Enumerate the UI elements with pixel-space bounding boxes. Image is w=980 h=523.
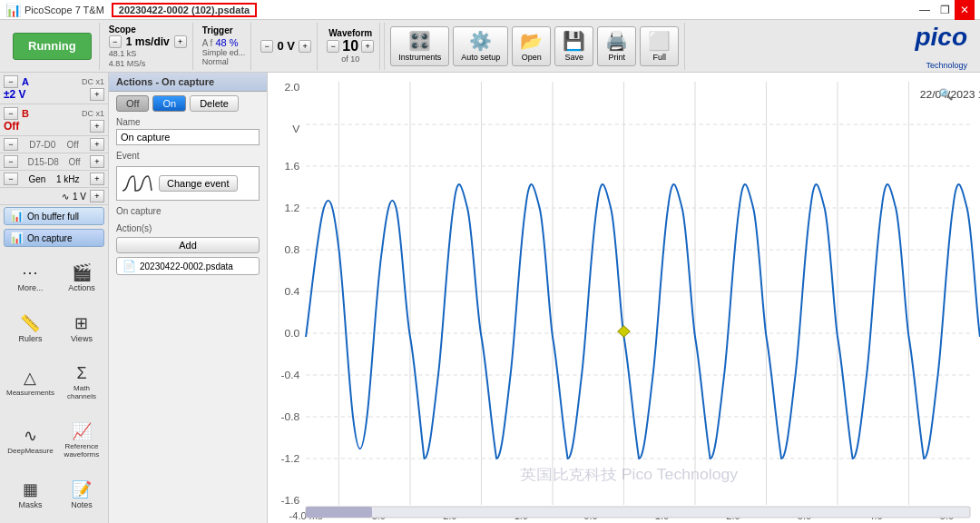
trigger-voltage-plus-btn[interactable]: +	[299, 40, 311, 53]
d15d8-label[interactable]: D15-D8	[27, 157, 58, 167]
waveform-label: Waveform	[328, 28, 372, 38]
name-input[interactable]	[116, 129, 260, 145]
masks-icon: ▦	[23, 479, 38, 499]
ch-b-minus-btn[interactable]: −	[4, 107, 18, 120]
on-capture-button[interactable]: 📊 On capture	[4, 229, 104, 247]
d15d8-state: Off	[68, 157, 80, 167]
d15d8-row: − D15-D8 Off +	[0, 153, 108, 171]
trigger-mode: Simple ed...	[202, 48, 246, 57]
chart-area[interactable]: 2.0 V 1.6 1.2 0.8 0.4 0.0 -0.4 -0.8 -1.2…	[268, 73, 980, 523]
d7d0-minus-btn[interactable]: −	[4, 138, 18, 151]
math-channels-cell[interactable]: Σ Math channels	[59, 354, 104, 410]
more-icon: ⋯	[22, 262, 38, 282]
d15d8-minus-btn[interactable]: −	[4, 155, 18, 168]
more-cell[interactable]: ⋯ More...	[4, 252, 57, 301]
svg-text:-1.2: -1.2	[280, 454, 299, 464]
views-cell[interactable]: ⊞ Views	[59, 303, 104, 352]
on-off-row: Off On Delete	[109, 92, 267, 115]
event-section: Event Change event On capture	[109, 149, 267, 218]
ch-a-plus-btn[interactable]: +	[90, 88, 104, 101]
timebase-minus-btn[interactable]: −	[109, 35, 122, 48]
trigger-label: Trigger	[202, 25, 233, 35]
gen-label[interactable]: Gen	[29, 174, 46, 184]
file-item[interactable]: 📄 20230422-0002.psdata	[116, 257, 260, 275]
actions-panel: Actions - On capture Off On Delete Name …	[109, 73, 268, 523]
app-icon: 📊	[5, 3, 21, 17]
reference-waveforms-cell[interactable]: 📈 Reference waveforms	[59, 412, 104, 469]
deep-measure-cell[interactable]: ∿ DeepMeasure	[4, 412, 57, 469]
add-action-btn[interactable]: Add	[116, 237, 260, 253]
svg-rect-44	[306, 507, 970, 518]
win-restore-btn[interactable]: ❐	[935, 0, 955, 20]
actions-cell[interactable]: 🎬 Actions	[59, 252, 104, 301]
scope-label: Scope	[109, 25, 136, 35]
toolbar: Running Scope − 1 ms/div + 48.1 kS 4.81 …	[0, 20, 980, 73]
name-label: Name	[109, 115, 267, 129]
svg-text:英国比克科技 Pico Technology: 英国比克科技 Pico Technology	[520, 467, 739, 483]
waveform-of: of 10	[341, 54, 359, 64]
trigger-type: Normal	[202, 57, 229, 66]
save-button[interactable]: 💾 Save	[554, 26, 593, 66]
ch-a-value[interactable]: ±2 V	[4, 88, 26, 101]
svg-text:🔍: 🔍	[938, 88, 954, 102]
ch-b-value[interactable]: Off	[4, 120, 19, 133]
on-toggle[interactable]: On	[152, 95, 186, 112]
waveform-minus-btn[interactable]: −	[327, 40, 339, 53]
delete-btn[interactable]: Delete	[190, 95, 239, 112]
measurements-cell[interactable]: △ Measurements	[4, 354, 57, 410]
off-toggle[interactable]: Off	[116, 95, 149, 112]
svg-text:0.4: 0.4	[284, 287, 299, 297]
ch-a-coupling: DC x1	[82, 77, 104, 86]
wave-event-icon	[121, 171, 153, 196]
gen-freq[interactable]: 1 kHz	[56, 174, 80, 184]
gen-wave-icon: ∿	[62, 192, 69, 202]
svg-text:-0.8: -0.8	[280, 412, 299, 422]
full-button[interactable]: ⬜ Full	[640, 26, 679, 66]
measurements-icon: △	[24, 368, 36, 388]
ch-b-plus-btn[interactable]: +	[90, 120, 104, 133]
channel-a-row: − A DC x1 ±2 V +	[0, 73, 108, 104]
running-button[interactable]: Running	[13, 33, 92, 60]
gen-amp-plus-btn[interactable]: +	[90, 190, 104, 202]
open-button[interactable]: 📂 Open	[512, 26, 551, 66]
notes-cell[interactable]: 📝 Notes	[59, 470, 104, 519]
win-close-btn[interactable]: ✕	[955, 0, 975, 20]
svg-rect-45	[306, 507, 372, 518]
pico-logo-text: pico	[915, 23, 967, 52]
actions-icon: 🎬	[72, 262, 92, 282]
trigger-voltage[interactable]: 0 V	[275, 39, 297, 53]
d15d8-plus-btn[interactable]: +	[90, 155, 104, 168]
win-minimize-btn[interactable]: —	[915, 0, 935, 20]
capture-icon: 📊	[10, 232, 24, 244]
ch-a-label[interactable]: A	[22, 76, 29, 87]
buffer-full-button[interactable]: 📊 On buffer full	[4, 207, 104, 225]
gen-plus-btn[interactable]: +	[90, 173, 104, 185]
instruments-button[interactable]: 🎛️ Instruments	[390, 26, 449, 66]
waveform-plus-btn[interactable]: +	[361, 40, 374, 53]
svg-text:V: V	[292, 124, 299, 134]
ch-a-minus-btn[interactable]: −	[4, 75, 18, 88]
pico-logo: pico Technology	[915, 23, 975, 70]
masks-cell[interactable]: ▦ Masks	[4, 470, 57, 519]
gen-minus-btn[interactable]: −	[4, 173, 18, 185]
svg-text:0.0: 0.0	[284, 329, 299, 339]
d7d0-label[interactable]: D7-D0	[29, 140, 55, 150]
reference-waveforms-icon: 📈	[72, 421, 92, 441]
timebase-value[interactable]: 1 ms/div	[123, 35, 172, 48]
gen-amp[interactable]: 1 V	[73, 192, 86, 202]
change-event-btn[interactable]: Change event	[159, 175, 238, 192]
event-name: On capture	[109, 204, 267, 218]
ch-b-coupling: DC x1	[82, 109, 104, 118]
waveform-value[interactable]: 10	[341, 38, 359, 54]
ch-b-label[interactable]: B	[22, 108, 29, 119]
timebase-plus-btn[interactable]: +	[174, 35, 187, 48]
rulers-cell[interactable]: 📏 Rulers	[4, 303, 57, 352]
print-button[interactable]: 🖨️ Print	[597, 26, 636, 66]
auto-setup-button[interactable]: ⚙️ Auto setup	[453, 26, 508, 66]
buffer-icon: 📊	[10, 210, 24, 222]
d7d0-plus-btn[interactable]: +	[90, 138, 104, 151]
file-tab[interactable]: 20230422-0002 (102).psdata	[112, 3, 257, 17]
svg-text:1.6: 1.6	[284, 162, 299, 172]
trigger-voltage-minus-btn[interactable]: −	[260, 40, 273, 53]
samples-value: 48.1 kS	[109, 49, 146, 58]
